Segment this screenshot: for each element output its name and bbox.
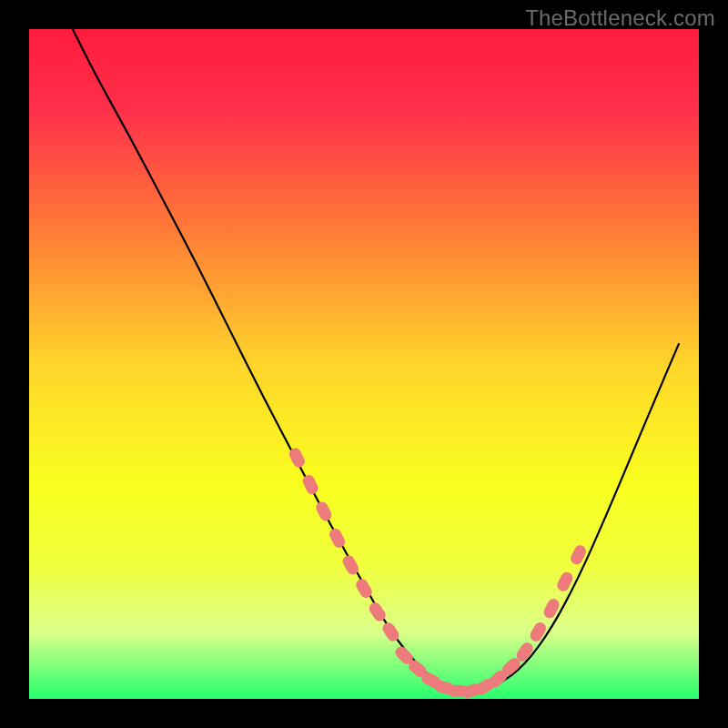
- chart-background-gradient: [29, 29, 699, 699]
- bottleneck-chart: [0, 0, 728, 728]
- watermark-text: TheBottleneck.com: [525, 5, 715, 31]
- chart-container: TheBottleneck.com: [0, 0, 728, 728]
